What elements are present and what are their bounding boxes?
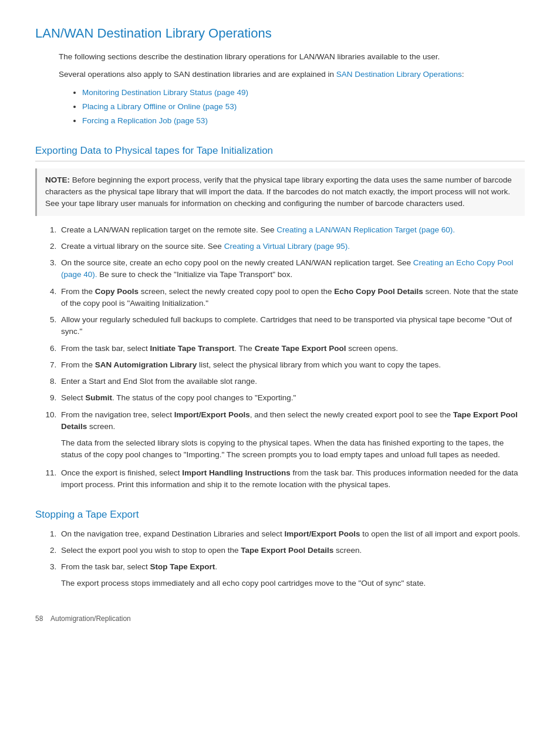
- step-3: On the source site, create an echo copy …: [59, 257, 525, 281]
- step-10: From the navigation tree, select Import/…: [59, 409, 525, 461]
- s2-step-2: Select the export pool you wish to stop …: [59, 545, 525, 556]
- footer-section: Automigration/Replication: [50, 615, 131, 623]
- san-destination-link[interactable]: SAN Destination Library Operations: [336, 70, 462, 79]
- s2-step1-bold1: Import/Export Pools: [285, 529, 360, 538]
- step1-link[interactable]: Creating a LAN/WAN Replication Target (p…: [276, 225, 455, 234]
- intro-paragraph-1: The following sections describe the dest…: [59, 51, 525, 63]
- step2-link[interactable]: Creating a Virtual Library (page 95).: [224, 242, 350, 251]
- step-1: Create a LAN/WAN replication target on t…: [59, 224, 525, 236]
- list-item: Monitoring Destination Library Status (p…: [82, 87, 525, 99]
- step-8: Enter a Start and End Slot from the avai…: [59, 376, 525, 387]
- step-5: Allow your regularly scheduled full back…: [59, 314, 525, 338]
- steps-list-section2: On the navigation tree, expand Destinati…: [59, 528, 525, 590]
- step2-text: Create a virtual library on the source s…: [61, 242, 224, 251]
- intro2-suffix: :: [462, 70, 464, 79]
- note-label: NOTE:: [45, 175, 70, 184]
- bullet-link-2[interactable]: Placing a Library Offline or Online (pag…: [82, 102, 237, 111]
- step3-suffix: Be sure to check the "Initialize via Tap…: [97, 270, 293, 279]
- intro2-prefix: Several operations also apply to SAN des…: [59, 70, 336, 79]
- s2-step2-bold1: Tape Export Pool Details: [241, 546, 333, 555]
- step6-bold2: Create Tape Export Pool: [255, 344, 346, 353]
- list-item: Forcing a Replication Job (page 53): [82, 115, 525, 127]
- intro-paragraph-2: Several operations also apply to SAN des…: [59, 69, 525, 80]
- s2-step-3: From the task bar, select Stop Tape Expo…: [59, 561, 525, 590]
- step10-bold1: Import/Export Pools: [174, 410, 250, 419]
- note-body: Before beginning the export process, ver…: [45, 175, 512, 208]
- step1-text: Create a LAN/WAN replication target on t…: [61, 225, 276, 234]
- steps-list-section1: Create a LAN/WAN replication target on t…: [59, 224, 525, 491]
- bullet-link-1[interactable]: Monitoring Destination Library Status (p…: [82, 88, 248, 97]
- footer-page-number: 58: [35, 615, 43, 623]
- list-item: Placing a Library Offline or Online (pag…: [82, 101, 525, 113]
- section1-title: Exporting Data to Physical tapes for Tap…: [35, 143, 525, 161]
- step3-text: On the source site, create an echo copy …: [61, 258, 413, 267]
- step-4: From the Copy Pools screen, select the n…: [59, 286, 525, 310]
- step10-bold2: Tape Export Pool Details: [61, 410, 518, 431]
- bullet-link-3[interactable]: Forcing a Replication Job (page 53): [82, 116, 208, 125]
- step9-bold1: Submit: [85, 393, 112, 402]
- s2-step3-continuation: The export process stops immediately and…: [61, 578, 525, 589]
- s2-step-1: On the navigation tree, expand Destinati…: [59, 528, 525, 540]
- page-title: LAN/WAN Destination Library Operations: [35, 23, 525, 43]
- step-11: Once the export is finished, select Impo…: [59, 467, 525, 491]
- step10-continuation: The data from the selected library slots…: [61, 437, 525, 461]
- intro-bullets-list: Monitoring Destination Library Status (p…: [82, 87, 525, 127]
- step6-bold1: Initiate Tape Transport: [150, 344, 235, 353]
- step-9: Select Submit. The status of the copy po…: [59, 392, 525, 404]
- step11-bold1: Import Handling Instructions: [182, 468, 291, 477]
- step4-bold1: Copy Pools: [95, 287, 139, 296]
- section2-title: Stopping a Tape Export: [35, 507, 525, 522]
- note-box: NOTE: Before beginning the export proces…: [35, 168, 525, 216]
- step7-bold1: SAN Automigration Library: [95, 360, 197, 369]
- s2-step3-bold1: Stop Tape Export: [150, 562, 215, 571]
- step-7: From the SAN Automigration Library list,…: [59, 359, 525, 371]
- step-2: Create a virtual library on the source s…: [59, 241, 525, 252]
- step-6: From the task bar, select Initiate Tape …: [59, 343, 525, 355]
- page-footer: 58 Automigration/Replication: [35, 613, 525, 624]
- step10-main: From the navigation tree, select Import/…: [61, 410, 518, 431]
- step4-bold2: Echo Copy Pool Details: [334, 287, 423, 296]
